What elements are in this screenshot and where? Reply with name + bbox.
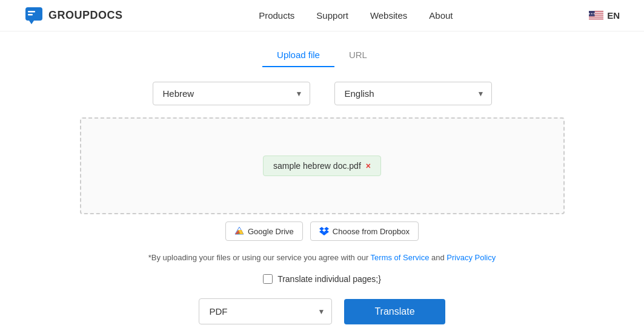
terms-text: *By uploading your files or using our se… bbox=[148, 253, 496, 262]
language-selectors: Hebrew English French German Spanish ▼ E… bbox=[110, 82, 534, 105]
file-chip: sample hebrew doc.pdf × bbox=[263, 156, 381, 176]
target-language-select[interactable]: English Hebrew French German Spanish bbox=[334, 82, 492, 105]
svg-rect-1 bbox=[28, 11, 35, 13]
translate-pages-label: Translate individual pages;} bbox=[277, 274, 381, 284]
logo-area: GROUPDOCS bbox=[24, 6, 123, 25]
terms-of-service-link[interactable]: Terms of Service bbox=[371, 253, 430, 262]
svg-marker-3 bbox=[29, 21, 34, 24]
nav-about[interactable]: About bbox=[429, 10, 453, 21]
translate-button[interactable]: Translate bbox=[344, 299, 445, 324]
terms-between: and bbox=[429, 253, 446, 262]
logo-text: GROUPDOCS bbox=[48, 9, 123, 22]
terms-prefix: *By uploading your files or using our se… bbox=[148, 253, 371, 262]
tab-upload-file[interactable]: Upload file bbox=[262, 44, 334, 67]
header: GROUPDOCS Products Support Websites Abou… bbox=[0, 0, 644, 31]
lang-code: EN bbox=[607, 10, 620, 21]
svg-rect-0 bbox=[25, 7, 42, 21]
source-language-select[interactable]: Hebrew English French German Spanish bbox=[153, 82, 310, 105]
source-language-wrapper: Hebrew English French German Spanish ▼ bbox=[153, 82, 310, 105]
dropbox-button[interactable]: Choose from Dropbox bbox=[310, 222, 419, 241]
nav: Products Support Websites About bbox=[259, 10, 453, 21]
google-drive-button[interactable]: Google Drive bbox=[225, 222, 303, 241]
flag-icon: ★★★ bbox=[589, 11, 603, 21]
nav-products[interactable]: Products bbox=[259, 10, 294, 21]
format-select[interactable]: PDF DOCX TXT HTML bbox=[199, 298, 332, 324]
google-drive-icon bbox=[234, 226, 244, 236]
file-name: sample hebrew doc.pdf bbox=[273, 161, 361, 171]
checkbox-row: Translate individual pages;} bbox=[263, 274, 381, 284]
google-drive-label: Google Drive bbox=[248, 227, 294, 236]
bottom-controls: PDF DOCX TXT HTML ▼ Translate bbox=[199, 298, 445, 324]
nav-support[interactable]: Support bbox=[316, 10, 348, 21]
file-remove-button[interactable]: × bbox=[366, 162, 371, 170]
privacy-policy-link[interactable]: Privacy Policy bbox=[446, 253, 496, 262]
language-selector[interactable]: ★★★ EN bbox=[589, 10, 620, 21]
cloud-buttons: Google Drive Choose from Dropbox bbox=[225, 222, 419, 241]
file-drop-zone[interactable]: sample hebrew doc.pdf × bbox=[80, 117, 565, 214]
svg-rect-2 bbox=[28, 14, 33, 16]
tab-url[interactable]: URL bbox=[334, 44, 382, 67]
svg-rect-9 bbox=[589, 19, 603, 21]
format-select-wrapper: PDF DOCX TXT HTML ▼ bbox=[199, 298, 332, 324]
svg-rect-8 bbox=[589, 17, 603, 18]
logo-icon bbox=[24, 6, 44, 25]
target-language-wrapper: English Hebrew French German Spanish ▼ bbox=[334, 82, 492, 105]
tab-bar: Upload file URL bbox=[262, 44, 382, 67]
nav-websites[interactable]: Websites bbox=[370, 10, 407, 21]
translate-pages-checkbox[interactable] bbox=[263, 274, 273, 284]
svg-text:★★★: ★★★ bbox=[589, 12, 596, 15]
main-content: Upload file URL Hebrew English French Ge… bbox=[0, 31, 644, 325]
dropbox-label: Choose from Dropbox bbox=[333, 227, 410, 236]
dropbox-icon bbox=[319, 226, 329, 236]
